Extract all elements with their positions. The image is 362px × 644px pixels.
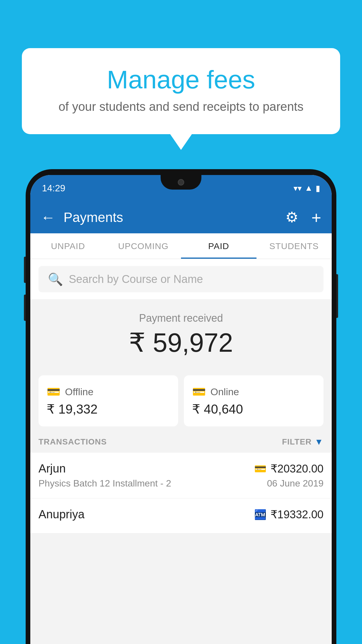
payment-mode-row: 💳 Offline ₹ 19,332 💳 Online ₹ 40,640 [38,375,324,426]
page-title: Payments [64,209,277,225]
card-icon-1: 💳 [254,463,266,475]
phone-screen: 14:29 ▾▾ ▲ ▮ ← Payments ⚙ + UNPAID UPCOM… [30,175,332,644]
status-time: 14:29 [42,183,65,194]
filter-button[interactable]: FILTER ▼ [282,437,324,447]
transaction-row[interactable]: Arjun 💳 ₹20320.00 Physics Batch 12 Insta… [30,453,332,498]
payment-received-amount: ₹ 59,972 [30,327,332,358]
transaction-name-2: Anupriya [38,508,85,521]
tabs-bar: UNPAID UPCOMING PAID STUDENTS [30,233,332,259]
transactions-header: TRANSACTIONS FILTER ▼ [30,426,332,453]
transaction-amount-2: ₹19332.00 [270,508,324,521]
online-icon: 💳 [192,385,206,398]
transaction-amount-row-2: 🏧 ₹19332.00 [254,508,324,521]
status-bar: 14:29 ▾▾ ▲ ▮ [30,175,332,201]
wifi-icon: ▾▾ [294,183,302,193]
status-icons: ▾▾ ▲ ▮ [294,183,320,193]
payment-received-label: Payment received [30,312,332,324]
filter-label: FILTER [282,437,312,447]
transaction-bottom-1: Physics Batch 12 Installment - 2 06 June… [38,478,324,489]
speech-bubble-subtitle: of your students and send receipts to pa… [45,100,317,114]
search-input[interactable]: Search by Course or Name [69,273,203,286]
offline-label: Offline [65,386,94,398]
tab-paid[interactable]: PAID [181,233,256,259]
online-amount: ₹ 40,640 [192,402,315,416]
tab-unpaid[interactable]: UNPAID [30,233,106,259]
transaction-course-1: Physics Batch 12 Installment - 2 [38,478,171,489]
online-payment-card: 💳 Online ₹ 40,640 [184,375,324,426]
online-header: 💳 Online [192,385,315,398]
speech-bubble-title: Manage fees [45,66,317,94]
transaction-date-1: 06 June 2019 [267,478,324,489]
speech-bubble: Manage fees of your students and send re… [22,48,340,134]
search-box[interactable]: 🔍 Search by Course or Name [38,266,324,292]
tab-upcoming[interactable]: UPCOMING [106,233,181,259]
search-icon: 🔍 [48,272,63,286]
offline-amount: ₹ 19,332 [47,402,170,416]
add-button[interactable]: + [311,208,321,227]
settings-button[interactable]: ⚙ [285,209,298,226]
transaction-amount-row-1: 💳 ₹20320.00 [254,462,324,475]
transaction-top-1: Arjun 💳 ₹20320.00 [38,462,324,475]
transaction-row-2[interactable]: Anupriya 🏧 ₹19332.00 [30,498,332,533]
camera-lens [178,179,184,186]
card-icon-2: 🏧 [254,509,266,520]
filter-icon: ▼ [314,437,324,447]
back-button[interactable]: ← [41,209,55,226]
offline-icon: 💳 [47,385,60,398]
battery-icon: ▮ [316,183,320,193]
offline-header: 💳 Offline [47,385,170,398]
transactions-label: TRANSACTIONS [38,437,107,447]
phone-notch [161,175,201,190]
online-label: Online [210,386,239,398]
tab-students[interactable]: STUDENTS [256,233,332,259]
signal-icon: ▲ [305,183,313,193]
transaction-top-2: Anupriya 🏧 ₹19332.00 [38,508,324,521]
offline-payment-card: 💳 Offline ₹ 19,332 [38,375,178,426]
payment-received-section: Payment received ₹ 59,972 [30,299,332,367]
app-header: ← Payments ⚙ + [30,201,332,233]
transaction-amount-1: ₹20320.00 [270,462,324,475]
phone-frame: 14:29 ▾▾ ▲ ▮ ← Payments ⚙ + UNPAID UPCOM… [26,169,336,644]
search-container: 🔍 Search by Course or Name [30,259,332,299]
transaction-name-1: Arjun [38,462,66,475]
